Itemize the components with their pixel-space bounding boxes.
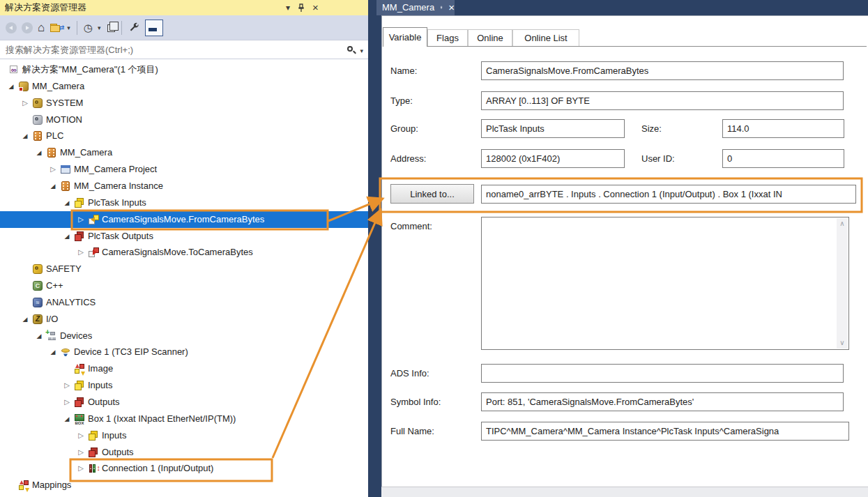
linked-to-field[interactable]: noname0_arrBYTE . Inputs . Connection 1 … <box>481 185 856 204</box>
scroll-down-icon[interactable]: ∨ <box>837 337 848 349</box>
collapse-arrow-icon[interactable]: ◢ <box>34 328 44 344</box>
close-icon[interactable]: × <box>312 3 319 13</box>
expand-arrow-icon[interactable]: ▷ <box>76 211 86 228</box>
tree-item-mm-camera-1[interactable]: 解决方案"MM_Camera"(1 个项目) <box>0 61 368 78</box>
collapse-arrow-icon[interactable]: ◢ <box>48 344 58 360</box>
tree-item-devices[interactable]: ◢Devices <box>0 328 368 344</box>
filter-dropdown-caret-icon[interactable]: ▾ <box>98 24 101 31</box>
comment-scrollbar[interactable]: ∧ ∨ <box>837 218 848 349</box>
pending-changes-filter-icon[interactable]: ◷ <box>84 22 93 33</box>
comment-field[interactable]: ∧ ∨ <box>481 217 849 350</box>
tree-item-camerasignalsmove-fromcamerabytes[interactable]: ▷CameraSignalsMove.FromCameraBytes <box>0 211 368 228</box>
scroll-up-icon[interactable]: ∧ <box>837 218 848 229</box>
tree-item-label: Mappings <box>32 477 71 494</box>
address-field[interactable]: 128002 (0x1F402) <box>481 149 625 168</box>
tree-item-safety[interactable]: SAFETY <box>0 261 368 277</box>
toolbar-separator <box>121 21 122 35</box>
plc-icon <box>32 130 43 142</box>
expand-arrow-icon[interactable]: ▷ <box>76 460 86 477</box>
tree-item-analytics[interactable]: ANALYTICS <box>0 294 368 311</box>
tree-item-plctask-inputs[interactable]: ◢PlcTask Inputs <box>0 194 368 211</box>
tree-item-box-1-ixxat-inpact-ethernet-ip-tm[interactable]: ◢Box 1 (Ixxat INpact EtherNet/IP(TM)) <box>0 411 368 427</box>
tab-divider-line <box>383 46 867 47</box>
tree-item-inputs[interactable]: ▷Inputs <box>0 427 368 444</box>
tab-online[interactable]: Online <box>468 29 512 46</box>
solution-explorer-title-bar: 解决方案资源管理器 ▾ × <box>0 0 368 15</box>
auto-hide-pin-icon[interactable] <box>297 3 305 13</box>
tree-item-label: ANALYTICS <box>46 294 96 311</box>
expand-arrow-icon[interactable]: ▷ <box>76 244 86 261</box>
collapse-arrow-icon[interactable]: ◢ <box>62 411 72 427</box>
tree-item-system[interactable]: ▷SYSTEM <box>0 95 368 112</box>
expand-arrow-icon[interactable]: ▷ <box>62 394 72 411</box>
tree-item-mm-camera[interactable]: ◢MM_Camera <box>0 144 368 161</box>
tree-item-i-o[interactable]: ◢I/O <box>0 311 368 328</box>
expand-arrow-icon[interactable]: ▷ <box>20 95 30 112</box>
tree-item-label: CameraSignalsMove.FromCameraBytes <box>102 211 264 228</box>
window-position-caret-icon[interactable]: ▾ <box>286 3 290 12</box>
tree-item-plc[interactable]: ◢PLC <box>0 128 368 144</box>
document-pin-icon[interactable] <box>440 3 443 12</box>
tree-item-motion[interactable]: MOTION <box>0 112 368 128</box>
search-icon[interactable] <box>347 46 353 52</box>
back-icon[interactable] <box>6 22 17 33</box>
tree-item-label: 解决方案"MM_Camera"(1 个项目) <box>22 61 158 78</box>
tree-item-device-1-tc3-eip-scanner[interactable]: ◢Device 1 (TC3 EIP Scanner) <box>0 344 368 360</box>
symbol-info-field[interactable]: Port: 851, 'CameraSignalsMove.FromCamera… <box>481 392 844 411</box>
tree-item-mappings[interactable]: Mappings <box>0 477 368 494</box>
tree-item-camerasignalsmove-tocamerabytes[interactable]: ▷CameraSignalsMove.ToCameraBytes <box>0 244 368 261</box>
plc-project-icon <box>60 164 71 175</box>
tree-item-outputs[interactable]: ▷Outputs <box>0 444 368 461</box>
tree-item-outputs[interactable]: ▷Outputs <box>0 394 368 411</box>
user-id-field[interactable]: 0 <box>722 149 844 168</box>
sync-with-active-document-icon[interactable]: ⇄ <box>50 22 62 33</box>
tree-item-mm-camera[interactable]: ◢MM_Camera <box>0 78 368 95</box>
properties-wrench-icon[interactable] <box>128 22 140 33</box>
vs-solution-icon <box>8 64 20 75</box>
analytics-icon <box>32 297 43 308</box>
tab-variable[interactable]: Variable <box>383 27 427 47</box>
sync-dropdown-caret-icon[interactable]: ▾ <box>67 24 70 31</box>
forward-icon[interactable] <box>22 22 33 33</box>
collapse-arrow-icon[interactable]: ◢ <box>20 311 30 328</box>
collapse-arrow-icon[interactable]: ◢ <box>6 78 16 95</box>
tree-item-label: PLC <box>46 128 63 144</box>
collapse-arrow-icon[interactable]: ◢ <box>62 194 72 211</box>
image-icon <box>74 363 85 374</box>
document-tab-mm-camera[interactable]: MM_Camera × <box>376 0 455 15</box>
expand-arrow-icon[interactable]: ▷ <box>62 377 72 394</box>
tree-item-mm-camera-project[interactable]: ▷MM_Camera Project <box>0 161 368 178</box>
size-field[interactable]: 114.0 <box>722 119 844 138</box>
tree-item-inputs[interactable]: ▷Inputs <box>0 377 368 394</box>
search-input[interactable] <box>0 40 368 59</box>
motion-icon <box>32 114 43 125</box>
expand-arrow-icon[interactable]: ▷ <box>76 444 86 461</box>
home-icon[interactable]: ⌂ <box>38 22 45 33</box>
collapse-arrow-icon[interactable]: ◢ <box>48 178 58 194</box>
plc-instance-icon <box>60 181 71 192</box>
tab-online-list[interactable]: Online List <box>512 29 579 46</box>
full-name-field[interactable]: TIPC^MM_Camera^MM_Camera Instance^PlcTas… <box>481 422 849 441</box>
tree-item-image[interactable]: Image <box>0 360 368 377</box>
collapse-all-icon[interactable] <box>107 24 115 32</box>
type-field[interactable]: ARRAY [0..113] OF BYTE <box>481 91 844 110</box>
ads-info-field[interactable] <box>481 364 844 383</box>
linked-to-button[interactable]: Linked to... <box>390 184 474 204</box>
tree-item-connection-1-input-output[interactable]: ▷Connection 1 (Input/Output) <box>0 460 368 477</box>
group-field[interactable]: PlcTask Inputs <box>481 119 625 138</box>
tree-item-mm-camera-instance[interactable]: ◢MM_Camera Instance <box>0 178 368 194</box>
collapse-arrow-icon[interactable]: ◢ <box>20 128 30 144</box>
tree-item-c[interactable]: C++ <box>0 277 368 294</box>
collapse-arrow-icon[interactable]: ◢ <box>34 144 44 161</box>
preview-selected-items-toggle[interactable] <box>145 20 163 36</box>
tree-item-label: Connection 1 (Input/Output) <box>102 460 213 477</box>
expand-arrow-icon[interactable]: ▷ <box>48 161 58 178</box>
expand-arrow-icon[interactable]: ▷ <box>76 427 86 444</box>
search-options-caret-icon[interactable]: ▾ <box>360 47 363 54</box>
document-close-icon[interactable]: × <box>448 3 455 13</box>
tab-flags[interactable]: Flags <box>427 29 468 46</box>
horizontal-scrollbar-area[interactable] <box>381 487 868 497</box>
tree-item-plctask-outputs[interactable]: ◢PlcTask Outputs <box>0 228 368 245</box>
name-field[interactable]: CameraSignalsMove.FromCameraBytes <box>481 61 844 80</box>
collapse-arrow-icon[interactable]: ◢ <box>62 228 72 245</box>
